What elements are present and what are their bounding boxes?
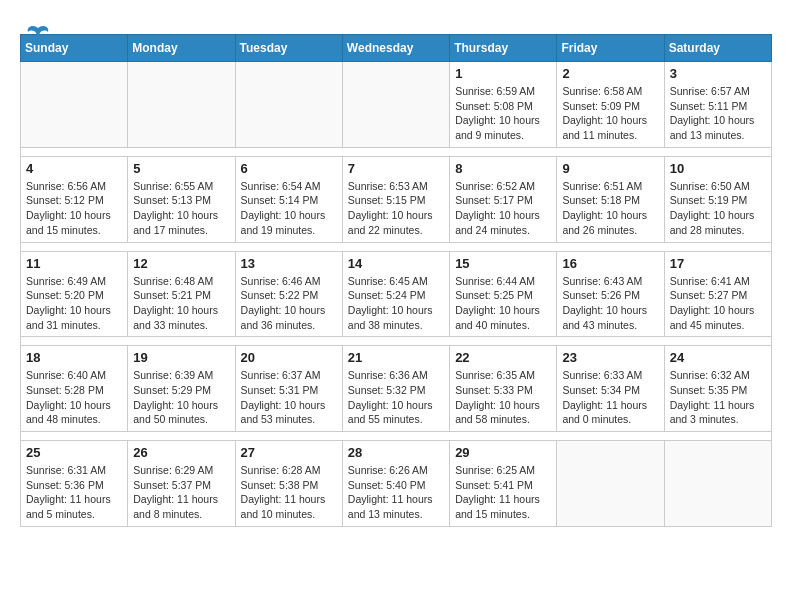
- calendar-cell-w3d3: 21Sunrise: 6:36 AMSunset: 5:32 PMDayligh…: [342, 346, 449, 432]
- day-number: 29: [455, 445, 551, 460]
- day-number: 19: [133, 350, 229, 365]
- calendar-cell-w1d2: 6Sunrise: 6:54 AMSunset: 5:14 PMDaylight…: [235, 156, 342, 242]
- calendar-cell-w4d6: [664, 441, 771, 527]
- week-separator: [21, 432, 772, 441]
- week-separator: [21, 147, 772, 156]
- day-number: 28: [348, 445, 444, 460]
- day-number: 23: [562, 350, 658, 365]
- day-number: 7: [348, 161, 444, 176]
- calendar-cell-w4d4: 29Sunrise: 6:25 AMSunset: 5:41 PMDayligh…: [450, 441, 557, 527]
- day-number: 11: [26, 256, 122, 271]
- day-info: Sunrise: 6:54 AMSunset: 5:14 PMDaylight:…: [241, 179, 337, 238]
- calendar-table: SundayMondayTuesdayWednesdayThursdayFrid…: [20, 34, 772, 527]
- calendar-cell-w0d1: [128, 62, 235, 148]
- day-number: 3: [670, 66, 766, 81]
- day-number: 22: [455, 350, 551, 365]
- weekday-header-saturday: Saturday: [664, 35, 771, 62]
- day-number: 12: [133, 256, 229, 271]
- day-info: Sunrise: 6:28 AMSunset: 5:38 PMDaylight:…: [241, 463, 337, 522]
- day-number: 16: [562, 256, 658, 271]
- day-number: 14: [348, 256, 444, 271]
- calendar-cell-w4d3: 28Sunrise: 6:26 AMSunset: 5:40 PMDayligh…: [342, 441, 449, 527]
- calendar-cell-w3d5: 23Sunrise: 6:33 AMSunset: 5:34 PMDayligh…: [557, 346, 664, 432]
- day-info: Sunrise: 6:44 AMSunset: 5:25 PMDaylight:…: [455, 274, 551, 333]
- day-info: Sunrise: 6:43 AMSunset: 5:26 PMDaylight:…: [562, 274, 658, 333]
- calendar-cell-w0d6: 3Sunrise: 6:57 AMSunset: 5:11 PMDaylight…: [664, 62, 771, 148]
- day-info: Sunrise: 6:32 AMSunset: 5:35 PMDaylight:…: [670, 368, 766, 427]
- day-number: 6: [241, 161, 337, 176]
- calendar-cell-w0d5: 2Sunrise: 6:58 AMSunset: 5:09 PMDaylight…: [557, 62, 664, 148]
- day-number: 4: [26, 161, 122, 176]
- calendar-cell-w4d0: 25Sunrise: 6:31 AMSunset: 5:36 PMDayligh…: [21, 441, 128, 527]
- day-info: Sunrise: 6:25 AMSunset: 5:41 PMDaylight:…: [455, 463, 551, 522]
- day-info: Sunrise: 6:55 AMSunset: 5:13 PMDaylight:…: [133, 179, 229, 238]
- calendar-cell-w1d3: 7Sunrise: 6:53 AMSunset: 5:15 PMDaylight…: [342, 156, 449, 242]
- day-info: Sunrise: 6:59 AMSunset: 5:08 PMDaylight:…: [455, 84, 551, 143]
- week-separator: [21, 337, 772, 346]
- calendar-cell-w0d4: 1Sunrise: 6:59 AMSunset: 5:08 PMDaylight…: [450, 62, 557, 148]
- day-number: 13: [241, 256, 337, 271]
- calendar-cell-w2d6: 17Sunrise: 6:41 AMSunset: 5:27 PMDayligh…: [664, 251, 771, 337]
- day-info: Sunrise: 6:36 AMSunset: 5:32 PMDaylight:…: [348, 368, 444, 427]
- calendar-cell-w2d2: 13Sunrise: 6:46 AMSunset: 5:22 PMDayligh…: [235, 251, 342, 337]
- day-number: 27: [241, 445, 337, 460]
- weekday-header-thursday: Thursday: [450, 35, 557, 62]
- logo: [20, 20, 52, 52]
- calendar-cell-w3d4: 22Sunrise: 6:35 AMSunset: 5:33 PMDayligh…: [450, 346, 557, 432]
- day-info: Sunrise: 6:37 AMSunset: 5:31 PMDaylight:…: [241, 368, 337, 427]
- calendar-cell-w3d2: 20Sunrise: 6:37 AMSunset: 5:31 PMDayligh…: [235, 346, 342, 432]
- calendar-cell-w0d3: [342, 62, 449, 148]
- day-info: Sunrise: 6:58 AMSunset: 5:09 PMDaylight:…: [562, 84, 658, 143]
- calendar-cell-w4d5: [557, 441, 664, 527]
- calendar-cell-w2d3: 14Sunrise: 6:45 AMSunset: 5:24 PMDayligh…: [342, 251, 449, 337]
- calendar-cell-w2d5: 16Sunrise: 6:43 AMSunset: 5:26 PMDayligh…: [557, 251, 664, 337]
- day-number: 15: [455, 256, 551, 271]
- calendar-cell-w4d2: 27Sunrise: 6:28 AMSunset: 5:38 PMDayligh…: [235, 441, 342, 527]
- logo-bird-icon: [24, 20, 52, 52]
- calendar-cell-w4d1: 26Sunrise: 6:29 AMSunset: 5:37 PMDayligh…: [128, 441, 235, 527]
- day-info: Sunrise: 6:29 AMSunset: 5:37 PMDaylight:…: [133, 463, 229, 522]
- day-info: Sunrise: 6:56 AMSunset: 5:12 PMDaylight:…: [26, 179, 122, 238]
- day-number: 20: [241, 350, 337, 365]
- weekday-header-tuesday: Tuesday: [235, 35, 342, 62]
- weekday-header-wednesday: Wednesday: [342, 35, 449, 62]
- day-info: Sunrise: 6:26 AMSunset: 5:40 PMDaylight:…: [348, 463, 444, 522]
- day-number: 21: [348, 350, 444, 365]
- day-number: 9: [562, 161, 658, 176]
- day-info: Sunrise: 6:50 AMSunset: 5:19 PMDaylight:…: [670, 179, 766, 238]
- day-info: Sunrise: 6:40 AMSunset: 5:28 PMDaylight:…: [26, 368, 122, 427]
- day-number: 18: [26, 350, 122, 365]
- calendar-cell-w2d4: 15Sunrise: 6:44 AMSunset: 5:25 PMDayligh…: [450, 251, 557, 337]
- weekday-header-friday: Friday: [557, 35, 664, 62]
- day-number: 5: [133, 161, 229, 176]
- calendar-cell-w3d1: 19Sunrise: 6:39 AMSunset: 5:29 PMDayligh…: [128, 346, 235, 432]
- day-number: 10: [670, 161, 766, 176]
- calendar-cell-w1d1: 5Sunrise: 6:55 AMSunset: 5:13 PMDaylight…: [128, 156, 235, 242]
- day-info: Sunrise: 6:46 AMSunset: 5:22 PMDaylight:…: [241, 274, 337, 333]
- weekday-header-monday: Monday: [128, 35, 235, 62]
- day-info: Sunrise: 6:53 AMSunset: 5:15 PMDaylight:…: [348, 179, 444, 238]
- calendar-cell-w3d6: 24Sunrise: 6:32 AMSunset: 5:35 PMDayligh…: [664, 346, 771, 432]
- day-number: 1: [455, 66, 551, 81]
- calendar-cell-w2d1: 12Sunrise: 6:48 AMSunset: 5:21 PMDayligh…: [128, 251, 235, 337]
- calendar-cell-w0d0: [21, 62, 128, 148]
- day-number: 8: [455, 161, 551, 176]
- day-number: 25: [26, 445, 122, 460]
- day-info: Sunrise: 6:51 AMSunset: 5:18 PMDaylight:…: [562, 179, 658, 238]
- day-info: Sunrise: 6:31 AMSunset: 5:36 PMDaylight:…: [26, 463, 122, 522]
- day-info: Sunrise: 6:49 AMSunset: 5:20 PMDaylight:…: [26, 274, 122, 333]
- day-info: Sunrise: 6:41 AMSunset: 5:27 PMDaylight:…: [670, 274, 766, 333]
- day-info: Sunrise: 6:57 AMSunset: 5:11 PMDaylight:…: [670, 84, 766, 143]
- calendar-cell-w3d0: 18Sunrise: 6:40 AMSunset: 5:28 PMDayligh…: [21, 346, 128, 432]
- week-separator: [21, 242, 772, 251]
- day-info: Sunrise: 6:52 AMSunset: 5:17 PMDaylight:…: [455, 179, 551, 238]
- calendar-cell-w2d0: 11Sunrise: 6:49 AMSunset: 5:20 PMDayligh…: [21, 251, 128, 337]
- day-info: Sunrise: 6:48 AMSunset: 5:21 PMDaylight:…: [133, 274, 229, 333]
- calendar-cell-w1d0: 4Sunrise: 6:56 AMSunset: 5:12 PMDaylight…: [21, 156, 128, 242]
- calendar-cell-w1d5: 9Sunrise: 6:51 AMSunset: 5:18 PMDaylight…: [557, 156, 664, 242]
- day-info: Sunrise: 6:45 AMSunset: 5:24 PMDaylight:…: [348, 274, 444, 333]
- calendar-cell-w0d2: [235, 62, 342, 148]
- day-number: 24: [670, 350, 766, 365]
- day-info: Sunrise: 6:35 AMSunset: 5:33 PMDaylight:…: [455, 368, 551, 427]
- calendar-cell-w1d6: 10Sunrise: 6:50 AMSunset: 5:19 PMDayligh…: [664, 156, 771, 242]
